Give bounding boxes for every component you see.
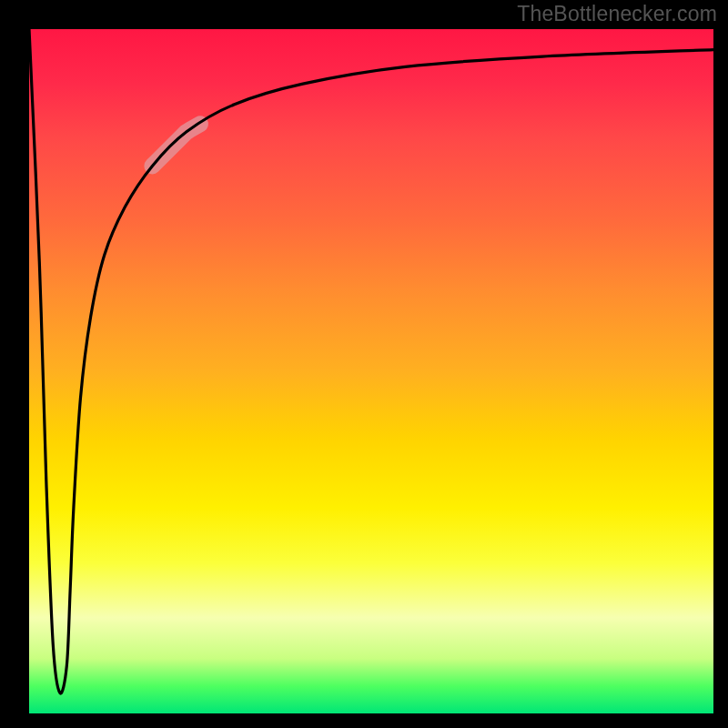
chart-frame: TheBottlenecker.com [0, 0, 728, 728]
bottleneck-curve-path [29, 29, 713, 693]
axis-border-left [0, 0, 29, 728]
axis-border-bottom [0, 713, 728, 728]
bottleneck-curve-plot [29, 29, 713, 713]
watermark-label: TheBottlenecker.com [517, 2, 717, 26]
